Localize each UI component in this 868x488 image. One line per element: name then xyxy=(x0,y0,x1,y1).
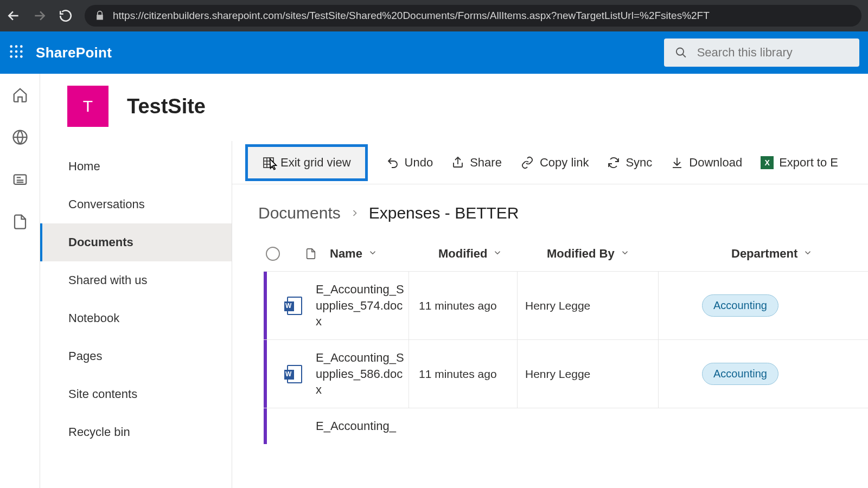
brand-name[interactable]: SharePoint xyxy=(36,44,112,61)
nav-recycle-bin[interactable]: Recycle bin xyxy=(40,413,232,451)
breadcrumb: Documents Expenses - BETTER xyxy=(232,184,868,236)
cell-name[interactable]: E_Accounting_Supplies_586.docx xyxy=(314,340,409,408)
cell-department[interactable]: Accounting xyxy=(702,272,778,339)
sync-button[interactable]: Sync xyxy=(607,156,652,170)
svg-point-1 xyxy=(15,45,18,48)
col-modified[interactable]: Modified xyxy=(438,247,547,261)
cell-modified-by[interactable]: Henry Legge xyxy=(518,272,659,339)
address-url: https://citizenbuilders.sharepoint.com/s… xyxy=(113,10,710,22)
export-excel-button[interactable]: Export to E xyxy=(761,156,838,170)
nav-conversations[interactable]: Conversations xyxy=(40,185,232,223)
news-icon[interactable] xyxy=(12,171,28,190)
svg-point-7 xyxy=(15,55,18,58)
undo-label: Undo xyxy=(405,156,433,170)
quick-nav: Home Conversations Documents Shared with… xyxy=(40,141,232,488)
row-indicator xyxy=(264,272,267,339)
breadcrumb-current: Expenses - BETTER xyxy=(369,204,519,222)
forward-button[interactable] xyxy=(33,9,47,23)
cursor-icon xyxy=(266,157,280,176)
command-bar: Exit grid view Undo Share Copy link xyxy=(232,141,868,184)
cell-modified-by[interactable]: Henry Legge xyxy=(518,340,659,408)
file-type-icon xyxy=(276,272,314,339)
lock-icon xyxy=(94,10,105,21)
exit-grid-view-button[interactable]: Exit grid view xyxy=(245,144,368,181)
cell-modified[interactable]: 11 minutes ago xyxy=(409,272,518,339)
main-area: Exit grid view Undo Share Copy link xyxy=(232,141,868,488)
share-icon xyxy=(451,156,464,169)
svg-point-0 xyxy=(10,45,12,48)
nav-home[interactable]: Home xyxy=(40,147,232,185)
site-logo[interactable]: T xyxy=(67,86,108,127)
app-rail xyxy=(0,74,40,488)
table-header: Name Modified Modified By Department xyxy=(232,236,868,271)
back-button[interactable] xyxy=(7,9,21,23)
svg-point-4 xyxy=(15,50,18,53)
sync-icon xyxy=(607,156,620,169)
svg-point-3 xyxy=(10,50,12,53)
svg-point-9 xyxy=(676,48,684,55)
nav-pages[interactable]: Pages xyxy=(40,337,232,375)
table-body: E_Accounting_Supplies_574.docx 11 minute… xyxy=(232,271,868,444)
suite-header: SharePoint xyxy=(0,31,868,74)
chevron-right-icon xyxy=(349,208,360,219)
reload-button[interactable] xyxy=(59,9,73,23)
app-launcher-icon[interactable] xyxy=(9,44,24,61)
svg-point-8 xyxy=(20,55,23,58)
globe-icon[interactable] xyxy=(12,129,28,147)
col-name[interactable]: Name xyxy=(330,247,438,261)
col-modified-by[interactable]: Modified By xyxy=(547,247,688,261)
home-icon[interactable] xyxy=(12,87,28,105)
site-title[interactable]: TestSite xyxy=(127,95,206,118)
svg-point-5 xyxy=(20,50,23,53)
address-bar[interactable]: https://citizenbuilders.sharepoint.com/s… xyxy=(85,5,861,27)
copy-link-button[interactable]: Copy link xyxy=(520,156,589,170)
chevron-down-icon xyxy=(803,247,813,261)
chevron-down-icon xyxy=(620,247,630,261)
row-indicator xyxy=(264,340,267,408)
table-row[interactable]: E_Accounting_ xyxy=(264,408,868,444)
share-label: Share xyxy=(470,156,502,170)
exit-grid-label: Exit grid view xyxy=(280,156,351,170)
copy-link-label: Copy link xyxy=(540,156,589,170)
file-type-column[interactable] xyxy=(292,246,330,261)
table-row[interactable]: E_Accounting_Supplies_586.docx 11 minute… xyxy=(264,339,868,408)
search-icon xyxy=(675,46,687,60)
nav-notebook[interactable]: Notebook xyxy=(40,299,232,337)
download-icon xyxy=(671,156,684,169)
download-button[interactable]: Download xyxy=(671,156,742,170)
svg-point-6 xyxy=(10,55,12,58)
link-icon xyxy=(520,156,534,169)
select-all[interactable] xyxy=(266,247,280,261)
svg-point-2 xyxy=(20,45,23,48)
chevron-down-icon xyxy=(368,247,378,261)
sync-label: Sync xyxy=(626,156,652,170)
share-button[interactable]: Share xyxy=(451,156,502,170)
cell-name[interactable]: E_Accounting_Supplies_574.docx xyxy=(314,272,409,339)
nav-documents[interactable]: Documents xyxy=(40,223,232,261)
download-label: Download xyxy=(689,156,742,170)
nav-shared[interactable]: Shared with us xyxy=(40,261,232,299)
col-department[interactable]: Department xyxy=(731,247,840,261)
search-input[interactable] xyxy=(697,46,848,60)
breadcrumb-root[interactable]: Documents xyxy=(258,204,341,222)
row-indicator xyxy=(264,408,267,444)
search-box[interactable] xyxy=(664,38,859,67)
excel-icon xyxy=(761,156,774,169)
cell-name[interactable]: E_Accounting_ xyxy=(314,408,409,444)
file-type-icon xyxy=(276,340,314,408)
cell-department[interactable]: Accounting xyxy=(702,340,778,408)
cell-modified[interactable]: 11 minutes ago xyxy=(409,340,518,408)
chevron-down-icon xyxy=(493,247,502,261)
undo-icon xyxy=(386,156,399,169)
site-header: T TestSite xyxy=(40,74,868,141)
export-label: Export to E xyxy=(779,156,838,170)
table-row[interactable]: E_Accounting_Supplies_574.docx 11 minute… xyxy=(264,271,868,339)
browser-bar: https://citizenbuilders.sharepoint.com/s… xyxy=(0,0,868,31)
undo-button[interactable]: Undo xyxy=(386,156,433,170)
file-type-icon xyxy=(276,408,314,444)
nav-site-contents[interactable]: Site contents xyxy=(40,375,232,413)
file-icon[interactable] xyxy=(12,214,28,232)
